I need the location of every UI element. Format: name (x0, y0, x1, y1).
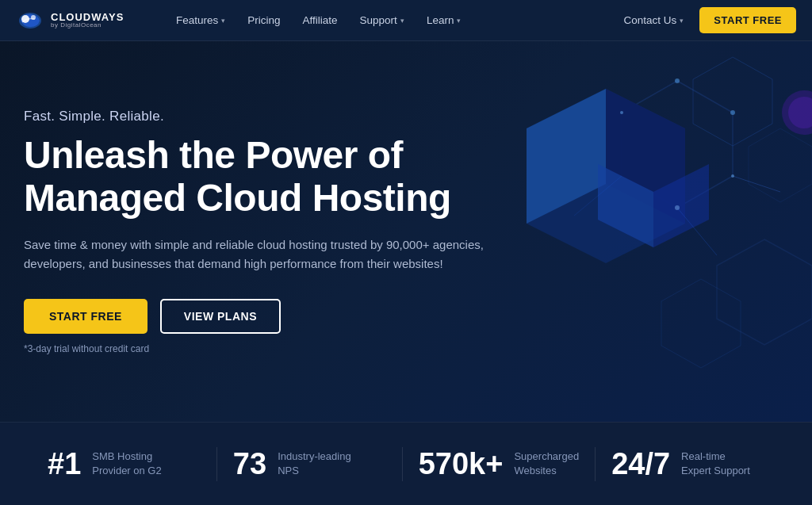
svg-point-14 (675, 78, 680, 83)
nav-right: Contact Us ▾ START FREE (615, 7, 796, 33)
chevron-down-icon: ▾ (680, 17, 684, 25)
stat-desc-support: Real-timeExpert Support (681, 450, 750, 478)
stat-item-nps: 73 Industry-leadingNPS (217, 447, 403, 481)
stat-number-rank: #1 (48, 447, 81, 481)
stats-bar: #1 SMB HostingProvider on G2 73 Industry… (0, 422, 812, 505)
stat-number-nps: 73 (233, 447, 266, 481)
nav-links: Features ▾ Pricing Affiliate Support ▾ L… (167, 10, 615, 31)
stat-number-websites: 570k+ (419, 447, 504, 481)
stat-number-support: 24/7 (611, 447, 670, 481)
chevron-down-icon: ▾ (457, 17, 461, 25)
brand-sub: by DigitalOcean (51, 22, 124, 29)
nav-item-learn[interactable]: Learn ▾ (417, 10, 471, 31)
svg-marker-19 (717, 239, 812, 345)
hero-content: Fast. Simple. Reliable. Unleash the Powe… (0, 77, 523, 386)
nav-item-features[interactable]: Features ▾ (167, 10, 235, 31)
hero-title: Unleash the Power of Managed Cloud Hosti… (24, 134, 523, 220)
nav-item-pricing[interactable]: Pricing (238, 10, 289, 31)
hero-buttons: START FREE VIEW PLANS (24, 299, 523, 334)
stat-desc-websites: SuperchargedWebsites (514, 450, 579, 478)
nav-item-affiliate[interactable]: Affiliate (293, 10, 347, 31)
svg-point-15 (730, 110, 735, 115)
svg-point-16 (620, 111, 623, 114)
navbar: CLOUDWAYS by DigitalOcean Features ▾ Pri… (0, 0, 812, 41)
stat-desc-rank: SMB HostingProvider on G2 (92, 450, 161, 478)
svg-point-17 (731, 174, 734, 178)
stat-item-rank: #1 SMB HostingProvider on G2 (32, 447, 217, 481)
hero-section: Fast. Simple. Reliable. Unleash the Powe… (0, 41, 812, 422)
svg-point-18 (675, 205, 680, 210)
stat-desc-nps: Industry-leadingNPS (278, 450, 351, 478)
svg-marker-20 (661, 279, 741, 368)
chevron-down-icon: ▾ (221, 17, 225, 25)
stat-item-websites: 570k+ SuperchargedWebsites (403, 447, 596, 481)
chevron-down-icon: ▾ (400, 17, 404, 25)
trial-note: *3-day trial without credit card (24, 343, 523, 354)
view-plans-button[interactable]: VIEW PLANS (160, 299, 281, 334)
svg-line-13 (733, 176, 780, 192)
stat-item-support: 24/7 Real-timeExpert Support (596, 447, 780, 481)
nav-item-support[interactable]: Support ▾ (350, 10, 414, 31)
hero-tagline: Fast. Simple. Reliable. (24, 109, 523, 124)
logo[interactable]: CLOUDWAYS by DigitalOcean (16, 10, 143, 32)
contact-us-button[interactable]: Contact Us ▾ (615, 10, 694, 31)
start-free-hero-button[interactable]: START FREE (24, 299, 147, 334)
start-free-nav-button[interactable]: START FREE (699, 7, 796, 33)
svg-marker-5 (749, 128, 812, 202)
hero-description: Save time & money with simple and reliab… (24, 235, 500, 274)
